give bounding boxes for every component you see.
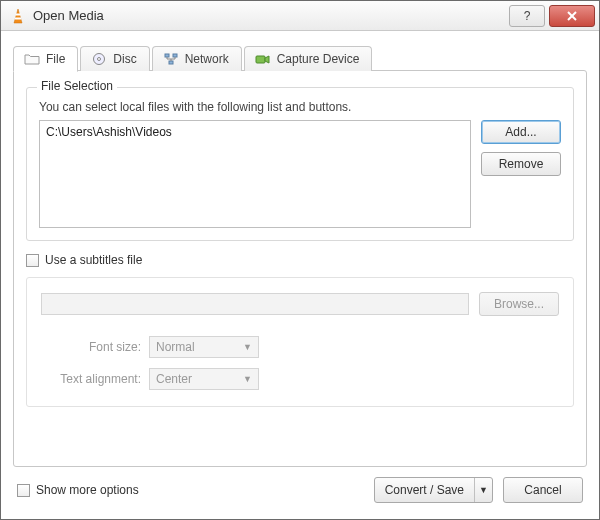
file-selection-group: File Selection You can select local file… [26, 87, 574, 241]
file-selection-hint: You can select local files with the foll… [39, 100, 561, 114]
svg-rect-7 [165, 54, 169, 57]
capture-icon [255, 52, 271, 66]
file-icon [24, 52, 40, 66]
dialog-footer: Show more options Convert / Save ▼ Cance… [13, 467, 587, 509]
source-tabs: File Disc Network Capture Device [13, 41, 587, 71]
text-alignment-label: Text alignment: [41, 372, 141, 386]
svg-rect-8 [173, 54, 177, 57]
tab-panel-file: File Selection You can select local file… [13, 70, 587, 467]
help-button[interactable]: ? [509, 5, 545, 27]
file-list[interactable]: C:\Users\Ashish\Videos [39, 120, 471, 228]
svg-rect-2 [15, 17, 22, 19]
tab-network[interactable]: Network [152, 46, 242, 71]
text-alignment-value: Center [156, 372, 192, 386]
add-file-button[interactable]: Add... [481, 120, 561, 144]
vlc-icon [9, 7, 27, 25]
close-button[interactable] [549, 5, 595, 27]
text-alignment-select: Center ▼ [149, 368, 259, 390]
show-more-options-checkbox[interactable] [17, 484, 30, 497]
use-subtitles-row: Use a subtitles file [26, 253, 574, 267]
use-subtitles-checkbox[interactable] [26, 254, 39, 267]
tab-file[interactable]: File [13, 46, 78, 72]
convert-save-main[interactable]: Convert / Save [375, 478, 474, 502]
show-more-options-label: Show more options [36, 483, 139, 497]
window-title: Open Media [33, 8, 505, 23]
subtitles-group: Browse... Font size: Normal ▼ Text align… [26, 277, 574, 407]
browse-subtitles-button: Browse... [479, 292, 559, 316]
tab-label: Capture Device [277, 52, 360, 66]
svg-marker-11 [265, 56, 269, 63]
file-list-item[interactable]: C:\Users\Ashish\Videos [46, 125, 464, 139]
remove-file-button[interactable]: Remove [481, 152, 561, 176]
use-subtitles-label: Use a subtitles file [45, 253, 142, 267]
tab-label: Network [185, 52, 229, 66]
tab-disc[interactable]: Disc [80, 46, 149, 71]
group-legend: File Selection [37, 79, 117, 93]
tab-capture-device[interactable]: Capture Device [244, 46, 373, 71]
font-size-select: Normal ▼ [149, 336, 259, 358]
tab-label: File [46, 52, 65, 66]
font-size-label: Font size: [41, 340, 141, 354]
svg-rect-1 [16, 13, 21, 15]
titlebar: Open Media ? [1, 1, 599, 31]
svg-marker-0 [14, 9, 22, 23]
convert-save-button[interactable]: Convert / Save ▼ [374, 477, 493, 503]
dialog-content: File Disc Network Capture Device [1, 31, 599, 519]
network-icon [163, 52, 179, 66]
chevron-down-icon: ▼ [243, 342, 252, 352]
svg-rect-9 [169, 61, 173, 64]
disc-icon [91, 52, 107, 66]
subtitles-path-input [41, 293, 469, 315]
tab-label: Disc [113, 52, 136, 66]
svg-rect-10 [256, 56, 265, 63]
cancel-button[interactable]: Cancel [503, 477, 583, 503]
convert-save-dropdown[interactable]: ▼ [474, 478, 492, 502]
chevron-down-icon: ▼ [243, 374, 252, 384]
svg-point-6 [98, 58, 101, 61]
open-media-dialog: Open Media ? File Disc [0, 0, 600, 520]
font-size-value: Normal [156, 340, 195, 354]
